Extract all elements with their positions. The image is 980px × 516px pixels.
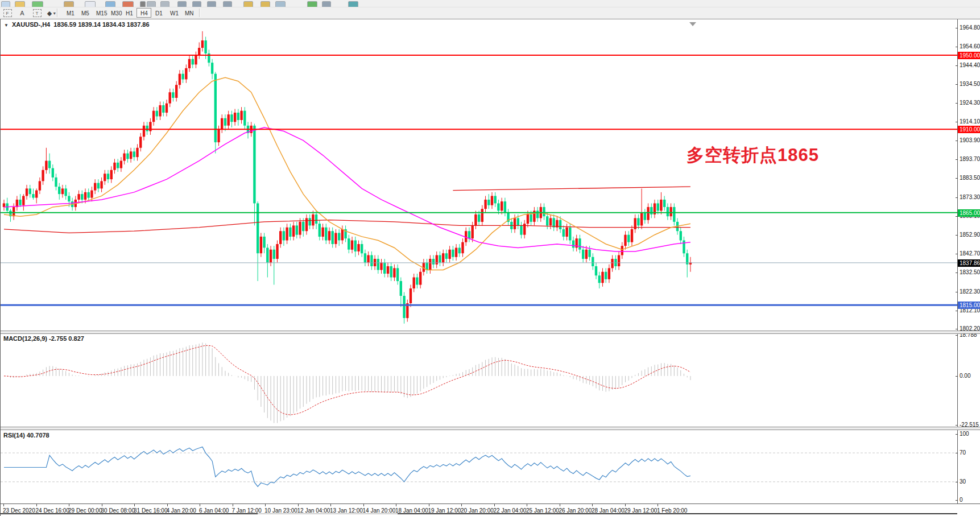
toolbar-row-tools: FAT◆▼ M1M5M15M30H1H4D1W1MN — [0, 7, 980, 19]
price-chart-canvas[interactable] — [1, 19, 957, 503]
timeframe-button-m30[interactable]: M30 — [107, 8, 122, 18]
ma-red-line — [4, 220, 690, 233]
axis-tick — [956, 103, 958, 104]
timeframe-button-w1[interactable]: W1 — [166, 8, 181, 18]
time-tick — [36, 504, 37, 506]
axis-tick — [956, 311, 958, 311]
vline-icon[interactable] — [177, 1, 187, 7]
timeframe-button-h1[interactable]: H1 — [122, 8, 137, 18]
hline-icon[interactable] — [192, 1, 201, 7]
text-label-tool-icon[interactable]: T — [32, 9, 42, 18]
pane-splitter-macd[interactable] — [1, 331, 980, 334]
axis-label: 100 — [960, 431, 980, 437]
help-icon[interactable] — [348, 1, 358, 7]
time-tick — [363, 504, 364, 506]
price-tag: 1910.00 — [958, 126, 980, 133]
alerts-icon[interactable] — [122, 1, 134, 7]
time-tick — [298, 504, 299, 506]
time-tick — [527, 504, 527, 506]
axis-tick — [956, 122, 958, 122]
axis-label: 1964.80 — [960, 24, 980, 31]
axis-tick — [956, 65, 958, 66]
axis-tick — [956, 47, 958, 47]
axis-tick — [956, 273, 958, 273]
time-tick — [200, 504, 200, 506]
shift-marker-icon[interactable] — [689, 22, 696, 26]
cursor-icon[interactable] — [147, 1, 156, 7]
axis-tick — [956, 425, 958, 426]
red-trendline[interactable] — [453, 187, 690, 191]
macd-histogram — [4, 342, 690, 423]
toolbar-row-truncated — [0, 0, 980, 7]
cursor-tool-icon[interactable]: F — [2, 9, 13, 18]
axis-tick — [956, 453, 958, 453]
time-tick — [658, 504, 658, 506]
profiles-icon[interactable] — [64, 1, 74, 7]
price-axis[interactable]: 1964.801954.601944.401934.501924.301914.… — [957, 19, 980, 503]
axis-label: 1954.60 — [960, 43, 980, 50]
bottom-scrollbar[interactable] — [1, 513, 957, 514]
price-tag: 1815.00 — [958, 302, 980, 309]
zoom-icon[interactable] — [15, 1, 25, 7]
axis-tick — [956, 292, 958, 292]
pane-splitter-rsi[interactable] — [1, 427, 980, 430]
rsi-indicator-label: RSI(14) 40.7078 — [3, 432, 49, 439]
crosshair-icon[interactable] — [160, 1, 169, 7]
axis-label: 1893.70 — [960, 156, 980, 163]
arrow-tool-icon[interactable]: A — [17, 9, 27, 18]
cursor-tool-icon: F — [3, 9, 12, 17]
chart-window-icon[interactable] — [1, 1, 10, 7]
axis-label: 30 — [960, 478, 980, 485]
timeframe-button-m15[interactable]: M15 — [92, 8, 107, 18]
ma-magenta-line — [4, 127, 690, 251]
axis-label: 1873.30 — [960, 194, 980, 201]
arrows-icon[interactable] — [275, 1, 286, 7]
fibonacci-icon[interactable] — [243, 1, 253, 7]
time-tick — [429, 504, 429, 506]
time-tick — [592, 504, 593, 506]
new-order-icon[interactable] — [85, 1, 96, 7]
zoom-in-icon[interactable] — [322, 1, 331, 7]
timeframe-button-h4[interactable]: H4 — [137, 8, 151, 18]
time-tick — [69, 504, 69, 506]
chart-area[interactable]: 1964.801954.601944.401934.501924.301914.… — [0, 19, 980, 516]
price-tag: 1950.00 — [958, 52, 980, 59]
axis-tick — [956, 141, 958, 141]
axis-tick — [956, 335, 958, 336]
chevron-down-icon[interactable]: ▼ — [4, 23, 9, 28]
timeframe-button-m1[interactable]: M1 — [63, 8, 77, 18]
trendline-icon[interactable] — [207, 1, 216, 7]
timeframe-button-d1[interactable]: D1 — [151, 8, 166, 18]
shapes-tool-icon[interactable]: ◆▼ — [47, 9, 57, 18]
webtrader-icon[interactable] — [105, 1, 115, 7]
axis-label: 1903.90 — [960, 137, 980, 144]
dropdown-caret-icon[interactable]: ▼ — [52, 11, 56, 15]
axis-tick — [956, 376, 958, 377]
macd-name: MACD(12,26,9) — [3, 335, 47, 342]
time-tick — [461, 504, 462, 506]
time-tick — [134, 504, 135, 506]
indicators-add-icon[interactable] — [307, 1, 317, 7]
time-tick — [233, 504, 233, 506]
chart-title: ▼ XAUUSD-,H4 1836.59 1839.14 1834.43 183… — [4, 21, 150, 28]
menu-dots-icon[interactable] — [140, 1, 146, 7]
time-tick — [3, 504, 4, 506]
macd-indicator-label: MACD(12,26,9) -2.755 0.827 — [3, 335, 84, 342]
new-chart-icon[interactable] — [32, 1, 43, 7]
axis-label: 1842.70 — [960, 250, 980, 257]
channel-icon[interactable] — [223, 1, 232, 7]
axis-tick — [956, 235, 958, 236]
timeframe-toolbar: M1M5M15M30H1H4D1W1MN — [63, 8, 196, 18]
time-tick — [396, 504, 396, 506]
macd-values: -2.755 0.827 — [49, 335, 84, 342]
timeframe-button-mn[interactable]: MN — [181, 8, 196, 18]
axis-tick — [956, 178, 958, 179]
mt4-window: FAT◆▼ M1M5M15M30H1H4D1W1MN 1964.801954.6… — [0, 0, 980, 516]
axis-label: 1832.50 — [960, 269, 980, 276]
axis-tick — [956, 482, 958, 482]
rsi-value: 40.7078 — [27, 432, 49, 439]
shapes-icon[interactable] — [260, 1, 270, 7]
timeframe-button-m5[interactable]: M5 — [77, 8, 92, 18]
axis-label: 1934.50 — [960, 81, 980, 88]
axis-tick — [956, 254, 958, 254]
